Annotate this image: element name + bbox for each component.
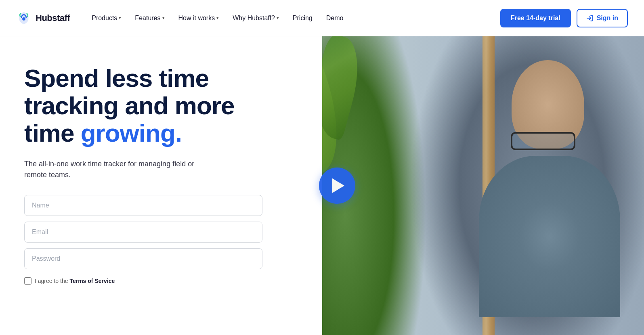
nav-demo[interactable]: Demo [321,11,349,25]
terms-checkbox[interactable] [24,277,31,285]
terms-link[interactable]: Terms of Service [69,278,115,284]
hero-section: Spend less time tracking and more time g… [0,36,644,335]
signup-form: I agree to the Terms of Service [24,195,262,285]
nav-actions: Free 14-day trial Sign in [500,9,628,27]
person-glasses [511,132,575,150]
chevron-down-icon: ▾ [162,15,165,21]
name-input[interactable] [24,195,262,216]
password-input[interactable] [24,248,262,269]
terms-row: I agree to the Terms of Service [24,277,262,285]
logo-icon [16,10,31,26]
email-input[interactable] [24,222,262,243]
video-container [271,36,644,335]
play-icon [332,178,344,193]
nav-pricing[interactable]: Pricing [287,11,318,25]
terms-text: I agree to the Terms of Service [35,278,115,284]
logo-text: Hubstaff [36,13,70,23]
nav-products[interactable]: Products ▾ [86,11,127,25]
chevron-down-icon: ▾ [216,15,219,21]
hero-subtext: The all-in-one work time tracker for man… [24,159,218,180]
hero-right-image [271,36,644,335]
nav-links: Products ▾ Features ▾ How it works ▾ Why… [86,11,500,25]
person-image [345,36,644,335]
hero-left-content: Spend less time tracking and more time g… [0,36,322,335]
hero-heading: Spend less time tracking and more time g… [24,65,298,147]
play-button[interactable] [319,168,355,204]
nav-why-hubstaff[interactable]: Why Hubstaff? ▾ [227,11,285,25]
nav-how-it-works[interactable]: How it works ▾ [173,11,225,25]
main-navigation: Hubstaff Products ▾ Features ▾ How it wo… [0,0,644,36]
nav-features[interactable]: Features ▾ [129,11,170,25]
chevron-down-icon: ▾ [119,15,121,21]
person-body [479,156,620,317]
signin-icon [586,15,594,22]
sign-in-button[interactable]: Sign in [577,9,628,27]
free-trial-button[interactable]: Free 14-day trial [500,9,571,27]
logo-link[interactable]: Hubstaff [16,10,70,26]
chevron-down-icon: ▾ [277,15,279,21]
